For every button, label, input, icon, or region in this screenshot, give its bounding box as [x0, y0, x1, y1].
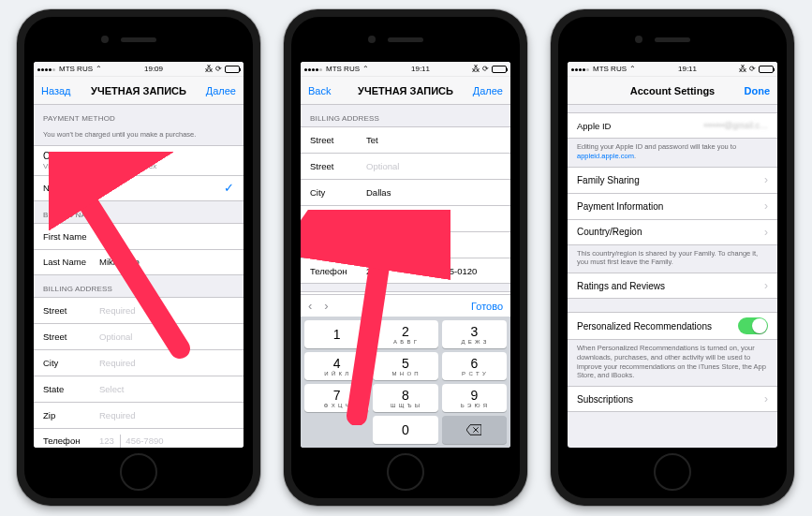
country-region-footer: This country/region is shared by your Fa… — [568, 245, 777, 273]
backspace-key[interactable] — [442, 416, 507, 444]
street2-placeholder: Optional — [366, 161, 501, 171]
wifi-icon: ⌃ — [629, 65, 636, 73]
chevron-right-icon: › — [764, 173, 768, 186]
battery-icon — [225, 66, 240, 73]
country-region-row[interactable]: Country/Region › — [568, 219, 777, 245]
keyboard-done-button[interactable]: Готово — [471, 301, 503, 312]
first-name-value: S v — [99, 231, 234, 242]
personalized-recs-label: Personalized Recommendations — [577, 321, 738, 332]
screen-account-settings: MTS RUS ⌃ 19:11 ⁂ ⟳ Account Settings Don… — [568, 62, 777, 448]
clock-label: 19:09 — [144, 65, 163, 73]
next-button[interactable]: Далее — [199, 77, 244, 104]
street-label: Street — [43, 305, 99, 316]
next-field-button[interactable]: › — [324, 299, 328, 313]
first-name-label: First Name — [43, 231, 99, 242]
phone-field[interactable]: Телефон 123 456-7890 — [34, 428, 244, 448]
city-label: City — [310, 187, 366, 198]
zip-field[interactable]: Zip 36310 — [301, 231, 510, 258]
screen-account-address: MTS RUS ⌃ 19:11 ⁂ ⟳ Back УЧЕТНАЯ ЗАПИСЬ … — [301, 62, 510, 448]
state-placeholder: Select — [99, 384, 234, 394]
appleid-link[interactable]: appleid.apple.com — [577, 152, 634, 160]
nav-title: УЧЕТНАЯ ЗАПИСЬ — [91, 85, 186, 96]
state-field[interactable]: State AL - Alabama — [301, 205, 510, 231]
last-name-label: Last Name — [43, 257, 99, 267]
credit-card-sublabel: Visa, MasterCard, Discover, Amex — [43, 162, 156, 170]
street1-value: Tet — [366, 135, 501, 145]
apple-id-footer: Editing your Apple ID and password will … — [568, 139, 777, 167]
digit-6-key[interactable]: 6Р С Т У — [442, 352, 507, 380]
checkmark-icon: ✓ — [224, 181, 234, 195]
prev-field-button[interactable]: ‹ — [308, 299, 312, 313]
city-label: City — [43, 358, 99, 368]
next-button[interactable]: Далее — [465, 77, 510, 104]
first-name-field[interactable]: First Name S v — [34, 223, 244, 249]
chevron-right-icon: › — [764, 392, 768, 405]
zip-field[interactable]: Zip Required — [34, 402, 244, 428]
digit-0-key[interactable]: 0 — [373, 416, 437, 444]
payment-info-row[interactable]: Payment Information › — [568, 193, 777, 219]
carrier-label: MTS RUS — [326, 65, 360, 73]
phone-num-value: 555-0120 — [439, 266, 501, 276]
clock-label: 19:11 — [411, 65, 430, 73]
billing-address-header: BILLING ADDRESS — [301, 105, 510, 126]
street1-field[interactable]: Street Tet — [301, 126, 510, 153]
phone-num-placeholder: 456-7890 — [125, 435, 163, 446]
phone-mockup-3: MTS RUS ⌃ 19:11 ⁂ ⟳ Account Settings Don… — [551, 9, 794, 506]
clock-label: 19:11 — [678, 65, 697, 73]
billing-address-header: BILLING ADDRESS — [34, 275, 244, 297]
state-field[interactable]: State Select — [34, 376, 244, 402]
country-field[interactable]: Country/Region: United States — [301, 291, 510, 294]
street2-field[interactable]: Street Optional — [301, 153, 510, 179]
subscriptions-label: Subscriptions — [577, 394, 764, 405]
credit-card-option[interactable]: Credit/Debit Card Visa, MasterCard, Disc… — [34, 145, 244, 175]
digit-8-key[interactable]: 8Ш Щ Ъ Ы — [373, 384, 437, 412]
phone-label: Телефон — [43, 435, 99, 446]
digit-9-key[interactable]: 9Ь Э Ю Я — [442, 384, 507, 412]
cell-signal-icon — [37, 65, 56, 73]
digit-2-key[interactable]: 2А Б В Г — [373, 320, 437, 348]
payment-info-label: Payment Information — [577, 201, 764, 212]
zip-label: Zip — [43, 410, 99, 420]
apple-id-row[interactable]: Apple ID •••••••@gmail.c… — [568, 112, 777, 139]
phone-cc-value: 202 — [366, 266, 428, 276]
rotation-lock-icon: ⟳ — [215, 65, 222, 73]
chevron-right-icon: › — [764, 199, 768, 213]
subscriptions-row[interactable]: Subscriptions › — [568, 386, 777, 412]
personalized-recs-footer: When Personalized Recommendations is tur… — [568, 340, 777, 386]
screen-account-payment: MTS RUS ⌃ 19:09 ⁂ ⟳ Назад УЧЕТНАЯ ЗАПИСЬ… — [34, 62, 244, 448]
done-button[interactable]: Done — [737, 77, 778, 104]
street-label: Street — [43, 332, 99, 342]
credit-card-label: Credit/Debit Card — [43, 151, 115, 161]
wifi-icon: ⌃ — [96, 65, 102, 73]
state-label: State — [310, 214, 366, 224]
nav-title: Account Settings — [630, 85, 715, 96]
numeric-keyboard: 12А Б В Г3Д Е Ж З4И Й К Л5М Н О П6Р С Т … — [301, 317, 510, 448]
phone-cc-placeholder: 123 — [99, 435, 114, 446]
digit-5-key[interactable]: 5М Н О П — [373, 352, 437, 380]
phone-label: Телефон — [310, 266, 366, 276]
city-field[interactable]: City Dallas — [301, 179, 510, 205]
carrier-label: MTS RUS — [59, 65, 93, 73]
ratings-reviews-row[interactable]: Ratings and Reviews › — [568, 273, 777, 299]
digit-1-key[interactable]: 1 — [304, 320, 369, 348]
phone-field[interactable]: Телефон 202 555-0120 — [301, 258, 510, 284]
digit-7-key[interactable]: 7Ф Х Ц Ч — [304, 384, 369, 412]
cell-signal-icon — [571, 65, 590, 73]
phone-mockup-2: MTS RUS ⌃ 19:11 ⁂ ⟳ Back УЧЕТНАЯ ЗАПИСЬ … — [284, 9, 527, 506]
back-button[interactable]: Назад — [34, 77, 79, 104]
back-button[interactable]: Back — [301, 77, 338, 104]
street1-field[interactable]: Street Required — [34, 297, 244, 323]
zip-placeholder: Required — [99, 410, 234, 420]
last-name-value: Mikhay ko — [99, 257, 234, 267]
city-value: Dallas — [366, 187, 501, 198]
street2-field[interactable]: Street Optional — [34, 323, 244, 349]
digit-4-key[interactable]: 4И Й К Л — [304, 352, 369, 380]
city-field[interactable]: City Required — [34, 349, 244, 376]
bluetooth-icon: ⁂ — [472, 65, 480, 73]
last-name-field[interactable]: Last Name Mikhay ko — [34, 249, 244, 275]
personalized-recs-row[interactable]: Personalized Recommendations — [568, 312, 777, 340]
digit-3-key[interactable]: 3Д Е Ж З — [442, 320, 507, 348]
family-sharing-row[interactable]: Family Sharing › — [568, 167, 777, 193]
none-option[interactable]: None ✓ — [34, 175, 244, 201]
personalized-recs-toggle[interactable] — [738, 317, 768, 334]
